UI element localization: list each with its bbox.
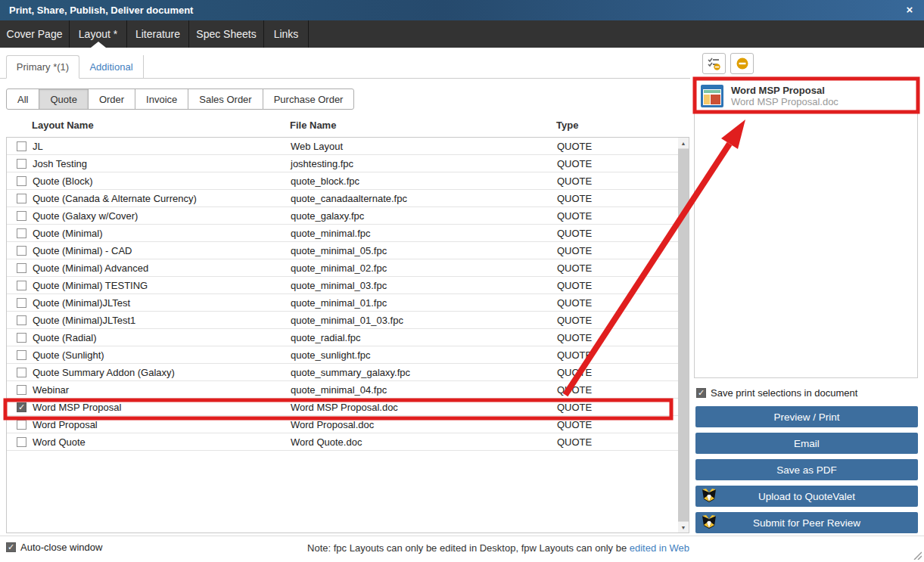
layout-subtabs: Primary *(1) Additional bbox=[0, 55, 690, 79]
layout-thumbnail-icon bbox=[701, 85, 723, 107]
type-cell: QUOTE bbox=[557, 315, 678, 326]
table-row[interactable]: Word QuoteWord Quote.docQUOTE bbox=[7, 433, 678, 451]
table-row[interactable]: Quote (Radial)quote_radial.fpcQUOTE bbox=[7, 329, 678, 346]
type-cell: QUOTE bbox=[557, 245, 678, 256]
tab-spec-sheets[interactable]: Spec Sheets bbox=[189, 20, 264, 48]
filter-sales-order[interactable]: Sales Order bbox=[188, 88, 263, 110]
filter-all[interactable]: All bbox=[6, 88, 39, 110]
row-checkbox[interactable] bbox=[17, 228, 26, 238]
tab-additional[interactable]: Additional bbox=[79, 55, 144, 78]
submit-for-peer-review-button[interactable]: Submit for Peer Review bbox=[695, 512, 918, 533]
button-label: Submit for Peer Review bbox=[753, 517, 860, 529]
filter-invoice[interactable]: Invoice bbox=[135, 88, 188, 110]
table-row[interactable]: Quote (Minimal)quote_minimal.fpcQUOTE bbox=[7, 225, 678, 242]
table-row[interactable]: Quote (Block)quote_block.fpcQUOTE bbox=[7, 172, 678, 190]
layout-name-cell: Josh Testing bbox=[33, 158, 291, 169]
file-name-cell: quote_block.fpc bbox=[291, 175, 557, 187]
table-row[interactable]: Webinarquote_minimal_04.fpcQUOTE bbox=[7, 381, 678, 399]
table-row[interactable]: JLWeb LayoutQUOTE bbox=[7, 138, 678, 155]
row-checkbox[interactable]: ✓ bbox=[17, 402, 26, 412]
row-checkbox[interactable] bbox=[17, 194, 26, 203]
file-name-cell: quote_galaxy.fpc bbox=[291, 210, 557, 222]
row-checkbox[interactable] bbox=[17, 176, 26, 186]
minus-circle-icon bbox=[736, 57, 749, 70]
row-checkbox[interactable] bbox=[17, 211, 26, 221]
email-button[interactable]: Email bbox=[695, 433, 918, 454]
table-row[interactable]: Quote (Minimal)JLTestquote_minimal_01.fp… bbox=[7, 294, 678, 312]
type-cell: QUOTE bbox=[557, 402, 678, 413]
type-cell: QUOTE bbox=[557, 297, 678, 309]
row-checkbox[interactable] bbox=[17, 437, 26, 447]
tab-layout[interactable]: Layout * bbox=[70, 20, 127, 48]
table-row[interactable]: Quote Summary Addon (Galaxy)quote_summar… bbox=[7, 364, 678, 381]
table-row[interactable]: Quote (Sunlight)quote_sunlight.fpcQUOTE bbox=[7, 346, 678, 364]
resize-grip-icon[interactable] bbox=[912, 550, 922, 560]
table-scrollbar[interactable]: ▲ ▼ bbox=[678, 138, 689, 533]
filter-purchase-order[interactable]: Purchase Order bbox=[263, 88, 355, 110]
table-row[interactable]: Quote (Minimal) Advancedquote_minimal_02… bbox=[7, 259, 678, 277]
remove-selected-button[interactable] bbox=[730, 53, 754, 74]
row-checkbox[interactable] bbox=[17, 263, 26, 273]
table-row[interactable]: Quote (Minimal) - CADquote_minimal_05.fp… bbox=[7, 242, 678, 259]
file-name-cell: quote_minimal_04.fpc bbox=[291, 384, 557, 396]
layout-name-cell: Quote (Sunlight) bbox=[33, 349, 291, 361]
selected-layout-item[interactable]: Word MSP Proposal Word MSP Proposal.doc bbox=[695, 80, 917, 112]
row-checkbox[interactable] bbox=[17, 385, 26, 395]
file-name-cell: Word Quote.doc bbox=[291, 436, 557, 448]
type-cell: QUOTE bbox=[557, 332, 678, 343]
table-row[interactable]: Josh Testingjoshtesting.fpcQUOTE bbox=[7, 155, 678, 172]
type-cell: QUOTE bbox=[557, 436, 678, 448]
row-checkbox[interactable] bbox=[17, 420, 26, 430]
table-row[interactable]: ✓Word MSP ProposalWord MSP Proposal.docQ… bbox=[7, 399, 678, 416]
layout-name-cell: Quote (Radial) bbox=[33, 332, 291, 343]
selected-layout-title: Word MSP Proposal bbox=[731, 85, 838, 96]
filter-quote[interactable]: Quote bbox=[39, 88, 88, 110]
tab-literature[interactable]: Literature bbox=[127, 20, 189, 48]
type-cell: QUOTE bbox=[557, 175, 678, 187]
quotevalet-icon bbox=[702, 489, 717, 503]
layout-name-cell: Quote (Block) bbox=[33, 175, 291, 187]
print-share-publish-dialog: Print, Share, Publish, Deliver document … bbox=[0, 0, 924, 562]
row-checkbox[interactable] bbox=[17, 298, 26, 308]
quotevalet-icon bbox=[702, 515, 717, 529]
type-cell: QUOTE bbox=[557, 262, 678, 274]
row-checkbox[interactable] bbox=[17, 141, 26, 151]
layout-name-cell: Webinar bbox=[33, 384, 291, 396]
table-row[interactable]: Quote (Canada & Alternate Currency)quote… bbox=[7, 190, 678, 207]
row-checkbox[interactable] bbox=[17, 350, 26, 360]
table-row[interactable]: Word ProposalWord Proposal.docQUOTE bbox=[7, 416, 678, 433]
layout-name-cell: Quote (Minimal) - CAD bbox=[33, 245, 291, 256]
row-checkbox[interactable] bbox=[17, 159, 26, 169]
file-name-cell: Word Proposal.doc bbox=[291, 419, 557, 430]
row-checkbox[interactable] bbox=[17, 333, 26, 343]
save-as-pdf-button[interactable]: Save as PDF bbox=[695, 459, 918, 480]
row-checkbox[interactable] bbox=[17, 315, 26, 325]
edited-in-web-link[interactable]: edited in Web bbox=[630, 542, 689, 554]
tab-cover-page[interactable]: Cover Page bbox=[0, 20, 70, 48]
type-cell: QUOTE bbox=[557, 228, 678, 239]
scroll-up-icon[interactable]: ▲ bbox=[678, 138, 689, 149]
uncheck-all-button[interactable] bbox=[702, 53, 726, 74]
type-cell: QUOTE bbox=[557, 384, 678, 396]
tab-primary[interactable]: Primary *(1) bbox=[6, 55, 79, 79]
row-checkbox[interactable] bbox=[17, 368, 26, 377]
layout-name-cell: Word Quote bbox=[33, 436, 291, 448]
table-row[interactable]: Quote (Galaxy w/Cover)quote_galaxy.fpcQU… bbox=[7, 207, 678, 225]
type-filter-group: AllQuoteOrderInvoiceSales OrderPurchase … bbox=[6, 88, 354, 110]
row-checkbox[interactable] bbox=[17, 281, 26, 290]
table-row[interactable]: Quote (Minimal) TESTINGquote_minimal_03.… bbox=[7, 277, 678, 294]
scroll-down-icon[interactable]: ▼ bbox=[678, 521, 689, 533]
file-name-cell: quote_minimal_02.fpc bbox=[291, 262, 557, 274]
main-tabbar: Cover PageLayout *LiteratureSpec SheetsL… bbox=[0, 20, 924, 48]
tab-links[interactable]: Links bbox=[264, 20, 309, 48]
row-checkbox[interactable] bbox=[17, 246, 26, 256]
save-print-selections-checkbox[interactable]: ✓ bbox=[696, 388, 706, 398]
preview-print-button[interactable]: Preview / Print bbox=[695, 406, 918, 427]
upload-to-quotevalet-button[interactable]: Upload to QuoteValet bbox=[695, 486, 918, 507]
footer-divider bbox=[0, 536, 924, 536]
close-icon[interactable]: × bbox=[903, 3, 916, 17]
button-label: Save as PDF bbox=[776, 464, 837, 476]
filter-order[interactable]: Order bbox=[88, 88, 135, 110]
table-row[interactable]: Quote (Minimal)JLTest1quote_minimal_01_0… bbox=[7, 312, 678, 329]
layout-name-cell: Quote Summary Addon (Galaxy) bbox=[33, 367, 291, 378]
